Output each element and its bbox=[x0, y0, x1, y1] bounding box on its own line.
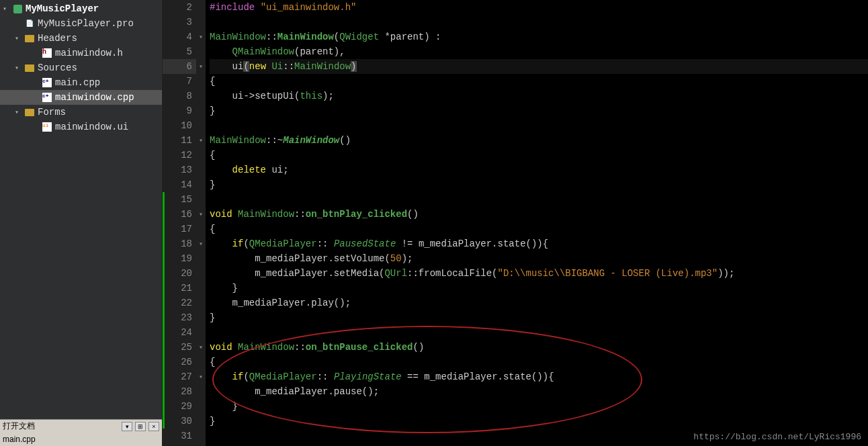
line-number[interactable]: 5 bbox=[163, 44, 196, 59]
fold-marker[interactable] bbox=[196, 74, 206, 89]
line-number[interactable]: 31 bbox=[163, 429, 196, 443]
dropdown-button[interactable]: ▾ bbox=[122, 422, 132, 431]
code-line[interactable]: m_mediaPlayer.setMedia(QUrl::fromLocalFi… bbox=[210, 266, 868, 281]
line-number[interactable]: 23 bbox=[163, 310, 196, 325]
line-number[interactable]: 27 bbox=[163, 369, 196, 384]
code-line[interactable]: MainWindow::~MainWindow() bbox=[210, 133, 868, 148]
chevron-down-icon[interactable]: ▾ bbox=[3, 5, 12, 13]
open-file-label[interactable]: main.cpp bbox=[3, 435, 36, 444]
close-button[interactable]: × bbox=[148, 422, 159, 431]
fold-marker[interactable]: ▾ bbox=[196, 236, 206, 251]
fold-marker[interactable] bbox=[196, 192, 206, 207]
fold-marker[interactable] bbox=[196, 103, 206, 118]
line-number[interactable]: 26 bbox=[163, 355, 196, 369]
fold-marker[interactable]: ▾ bbox=[196, 369, 206, 384]
fold-marker[interactable] bbox=[196, 310, 206, 325]
fold-marker[interactable] bbox=[196, 429, 206, 443]
fold-marker[interactable] bbox=[196, 44, 206, 59]
line-number[interactable]: 12 bbox=[163, 148, 196, 163]
code-line[interactable]: m_mediaPlayer.play(); bbox=[210, 296, 868, 310]
fold-marker[interactable] bbox=[196, 384, 206, 399]
line-number[interactable]: 20 bbox=[163, 266, 196, 281]
line-number[interactable]: 6 bbox=[163, 59, 196, 74]
code-line[interactable]: } bbox=[210, 414, 868, 429]
code-line[interactable]: if(QMediaPlayer:: PlayingState == m_medi… bbox=[210, 369, 868, 384]
fold-marker[interactable] bbox=[196, 222, 206, 236]
sources-folder[interactable]: ▾ Sources bbox=[0, 60, 162, 75]
code-line[interactable]: { bbox=[210, 74, 868, 89]
source-file-mainwindow[interactable]: c+ mainwindow.cpp bbox=[0, 90, 162, 105]
fold-column[interactable]: ▾▾▾▾▾▾▾ bbox=[196, 0, 206, 446]
fold-marker[interactable]: ▾ bbox=[196, 59, 206, 74]
chevron-down-icon[interactable]: ▾ bbox=[15, 34, 24, 42]
code-area[interactable]: #include "ui_mainwindow.h"MainWindow::Ma… bbox=[206, 0, 868, 446]
line-number[interactable]: 30 bbox=[163, 414, 196, 429]
code-line[interactable]: } bbox=[210, 103, 868, 118]
split-button[interactable]: ⊞ bbox=[135, 422, 146, 431]
line-number[interactable]: 7 bbox=[163, 74, 196, 89]
fold-marker[interactable] bbox=[196, 177, 206, 192]
chevron-down-icon[interactable]: ▾ bbox=[15, 64, 24, 72]
source-file-main[interactable]: c+ main.cpp bbox=[0, 75, 162, 90]
headers-folder[interactable]: ▾ Headers bbox=[0, 31, 162, 46]
fold-marker[interactable] bbox=[196, 15, 206, 30]
line-number[interactable]: 10 bbox=[163, 118, 196, 133]
line-number[interactable]: 22 bbox=[163, 296, 196, 310]
code-line[interactable]: ui(new Ui::MainWindow) bbox=[210, 59, 868, 74]
line-number[interactable]: 4 bbox=[163, 30, 196, 44]
code-line[interactable]: if(QMediaPlayer:: PausedState != m_media… bbox=[210, 236, 868, 251]
line-number[interactable]: 16 bbox=[163, 207, 196, 222]
code-line[interactable]: delete ui; bbox=[210, 163, 868, 177]
fold-marker[interactable] bbox=[196, 355, 206, 369]
code-line[interactable] bbox=[210, 192, 868, 207]
line-number[interactable]: 29 bbox=[163, 399, 196, 414]
code-line[interactable]: MainWindow::MainWindow(QWidget *parent) … bbox=[210, 30, 868, 44]
line-number[interactable]: 8 bbox=[163, 89, 196, 103]
fold-marker[interactable] bbox=[196, 296, 206, 310]
line-number[interactable]: 2 bbox=[163, 0, 196, 15]
code-line[interactable]: { bbox=[210, 355, 868, 369]
fold-marker[interactable]: ▾ bbox=[196, 340, 206, 355]
code-line[interactable]: } bbox=[210, 177, 868, 192]
line-number[interactable]: 21 bbox=[163, 281, 196, 296]
fold-marker[interactable]: ▾ bbox=[196, 133, 206, 148]
fold-marker[interactable] bbox=[196, 118, 206, 133]
form-file[interactable]: ui mainwindow.ui bbox=[0, 120, 162, 134]
code-line[interactable]: m_mediaPlayer.pause(); bbox=[210, 384, 868, 399]
code-line[interactable] bbox=[210, 325, 868, 340]
code-editor[interactable]: 2345678910111213141516171819202122232425… bbox=[163, 0, 868, 446]
code-line[interactable]: ui->setupUi(this); bbox=[210, 89, 868, 103]
forms-folder[interactable]: ▾ Forms bbox=[0, 105, 162, 120]
fold-marker[interactable]: ▾ bbox=[196, 30, 206, 44]
code-line[interactable] bbox=[210, 15, 868, 30]
fold-marker[interactable] bbox=[196, 0, 206, 15]
fold-marker[interactable] bbox=[196, 266, 206, 281]
line-number[interactable]: 19 bbox=[163, 251, 196, 266]
fold-marker[interactable] bbox=[196, 414, 206, 429]
code-line[interactable]: { bbox=[210, 222, 868, 236]
fold-marker[interactable] bbox=[196, 281, 206, 296]
code-line[interactable] bbox=[210, 118, 868, 133]
line-number[interactable]: 28 bbox=[163, 384, 196, 399]
code-line[interactable]: m_mediaPlayer.setVolume(50); bbox=[210, 251, 868, 266]
fold-marker[interactable]: ▾ bbox=[196, 207, 206, 222]
code-line[interactable]: #include "ui_mainwindow.h" bbox=[210, 0, 868, 15]
line-number[interactable]: 9 bbox=[163, 103, 196, 118]
fold-marker[interactable] bbox=[196, 89, 206, 103]
code-line[interactable]: } bbox=[210, 310, 868, 325]
line-number[interactable]: 14 bbox=[163, 177, 196, 192]
code-line[interactable]: { bbox=[210, 148, 868, 163]
fold-marker[interactable] bbox=[196, 399, 206, 414]
chevron-down-icon[interactable]: ▾ bbox=[15, 108, 24, 116]
project-tree[interactable]: ▾ MyMusicPlayer 📄 MyMusicPlayer.pro ▾ He… bbox=[0, 0, 162, 419]
fold-marker[interactable] bbox=[196, 148, 206, 163]
code-line[interactable]: QMainWindow(parent), bbox=[210, 44, 868, 59]
code-line[interactable]: } bbox=[210, 399, 868, 414]
line-number[interactable]: 24 bbox=[163, 325, 196, 340]
project-root[interactable]: ▾ MyMusicPlayer bbox=[0, 1, 162, 16]
line-number[interactable]: 13 bbox=[163, 163, 196, 177]
fold-marker[interactable] bbox=[196, 251, 206, 266]
fold-marker[interactable] bbox=[196, 163, 206, 177]
header-file[interactable]: h mainwindow.h bbox=[0, 46, 162, 60]
line-number[interactable]: 25 bbox=[163, 340, 196, 355]
